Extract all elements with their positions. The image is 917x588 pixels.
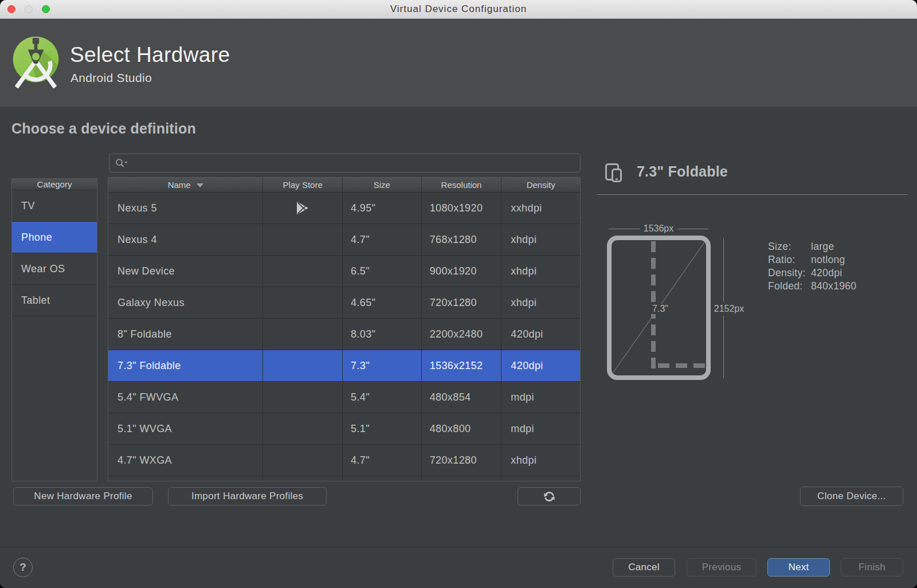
device-density-cell[interactable]: xhdpi (501, 445, 580, 476)
device-row-5.1-wvga[interactable]: 5.1" WVGA5.1"480x800mdpi (108, 413, 580, 445)
device-width-label: 1536px (640, 224, 677, 234)
category-table: Category TVPhoneWear OSTablet (11, 178, 97, 481)
device-density-cell[interactable]: mdpi (501, 382, 580, 413)
column-header-label: Play Store (283, 180, 323, 190)
column-header-label: Density (527, 180, 555, 190)
partial-cell (108, 476, 263, 480)
footer-bar: ? Cancel Previous Next Finish (0, 547, 917, 588)
device-size-cell[interactable]: 4.95" (343, 193, 422, 224)
device-row-galaxy-nexus[interactable]: Galaxy Nexus4.65"720x1280xhdpi (108, 287, 580, 319)
device-density-cell[interactable]: xhdpi (501, 224, 580, 256)
column-header-label: Name (168, 180, 191, 190)
device-height-label: 2152px (711, 302, 747, 316)
device-row-5.4-fwvga[interactable]: 5.4" FWVGA5.4"480x854mdpi (108, 382, 580, 413)
android-studio-logo-icon (12, 36, 60, 88)
device-name-cell[interactable]: 8" Foldable (108, 319, 263, 350)
play-store-cell[interactable] (263, 319, 343, 350)
device-density-cell[interactable]: xhdpi (501, 256, 580, 287)
sort-descending-icon (197, 183, 203, 187)
minimize-button[interactable] (25, 5, 33, 13)
device-size-cell[interactable]: 5.1" (343, 413, 422, 445)
import-hardware-profiles-button[interactable]: Import Hardware Profiles (168, 487, 327, 505)
next-button[interactable]: Next (767, 558, 830, 577)
device-resolution-cell[interactable]: 1080x1920 (422, 193, 502, 224)
zoom-button[interactable] (42, 5, 50, 13)
device-resolution-cell[interactable]: 480x800 (422, 413, 502, 445)
help-button[interactable]: ? (13, 558, 33, 577)
spec-value: large (811, 241, 834, 252)
device-size-cell[interactable]: 5.4" (343, 382, 422, 413)
clone-device-button[interactable]: Clone Device... (800, 487, 903, 506)
search-field[interactable] (109, 154, 581, 173)
device-density-cell[interactable]: xhdpi (501, 287, 580, 319)
play-store-cell[interactable] (263, 287, 343, 319)
column-header-name[interactable]: Name (108, 178, 263, 192)
device-name-cell[interactable]: 7.3" Foldable (108, 350, 263, 382)
device-name-cell[interactable]: Nexus 4 (108, 224, 263, 256)
device-resolution-cell[interactable]: 720x1280 (422, 445, 502, 476)
category-item-phone[interactable]: Phone (12, 222, 97, 253)
device-size-cell[interactable]: 4.7" (343, 445, 422, 476)
device-resolution-cell[interactable]: 2200x2480 (422, 319, 502, 350)
device-density-cell[interactable]: mdpi (501, 413, 580, 445)
device-size-cell[interactable]: 6.5" (343, 256, 422, 287)
column-header-size[interactable]: Size (343, 178, 422, 192)
column-header-density[interactable]: Density (501, 178, 580, 192)
titlebar: Virtual Device Configuration (0, 0, 917, 19)
device-row-8-foldable[interactable]: 8" Foldable8.03"2200x2480420dpi (108, 319, 580, 350)
device-name-cell[interactable]: 5.1" WVGA (108, 413, 263, 445)
device-size-cell[interactable]: 4.65" (343, 287, 422, 319)
cancel-button[interactable]: Cancel (613, 558, 675, 577)
window-title: Virtual Device Configuration (0, 0, 917, 18)
new-hardware-profile-button[interactable]: New Hardware Profile (13, 487, 153, 505)
virtual-device-configuration-dialog: Virtual Device Configuration (0, 0, 917, 588)
device-size-cell[interactable]: 4.7" (343, 224, 422, 256)
device-density-cell[interactable]: xxhdpi (501, 193, 580, 224)
device-resolution-cell[interactable]: 480x854 (422, 382, 502, 413)
device-resolution-cell[interactable]: 720x1280 (422, 287, 502, 319)
play-store-cell[interactable] (263, 224, 343, 256)
spec-value: notlong (811, 254, 845, 265)
finish-button[interactable]: Finish (841, 558, 903, 577)
refresh-icon (543, 491, 555, 503)
device-row-new-device[interactable]: New Device6.5"900x1920xhdpi (108, 256, 580, 287)
device-row-nexus-4[interactable]: Nexus 44.7"768x1280xhdpi (108, 224, 580, 256)
search-input[interactable] (128, 158, 580, 169)
play-store-cell[interactable] (263, 256, 343, 287)
spec-label: Ratio: (768, 253, 811, 266)
previous-button[interactable]: Previous (687, 558, 757, 577)
device-size-cell[interactable]: 7.3" (343, 350, 422, 382)
device-row-7.3-foldable[interactable]: 7.3" Foldable7.3"1536x2152420dpi (108, 350, 580, 382)
category-item-wear-os[interactable]: Wear OS (12, 253, 97, 285)
device-row-4.7-wxga[interactable]: 4.7" WXGA4.7"720x1280xhdpi (108, 445, 580, 476)
refresh-button[interactable] (518, 487, 581, 505)
device-specs: Size:largeRatio:notlongDensity:420dpiFol… (768, 240, 856, 293)
device-resolution-cell[interactable]: 1536x2152 (422, 350, 502, 382)
page-title: Select Hardware (70, 43, 230, 67)
category-item-tablet[interactable]: Tablet (12, 285, 97, 316)
device-name-cell[interactable]: 4.7" WXGA (108, 445, 263, 476)
device-name-cell[interactable]: 5.4" FWVGA (108, 382, 263, 413)
device-resolution-cell[interactable]: 768x1280 (422, 224, 502, 256)
category-item-tv[interactable]: TV (12, 190, 97, 222)
device-table: NamePlay StoreSizeResolutionDensity Nexu… (108, 177, 581, 481)
play-store-cell[interactable] (263, 193, 343, 224)
partial-device-row (108, 476, 580, 480)
partial-cell (343, 476, 422, 480)
device-density-cell[interactable]: 420dpi (501, 319, 580, 350)
device-resolution-cell[interactable]: 900x1920 (422, 256, 502, 287)
device-name-cell[interactable]: Nexus 5 (108, 193, 263, 224)
device-name-cell[interactable]: Galaxy Nexus (108, 287, 263, 319)
play-store-cell[interactable] (263, 350, 343, 382)
close-button[interactable] (7, 5, 15, 13)
column-header-resolution[interactable]: Resolution (422, 178, 502, 192)
play-store-cell[interactable] (263, 382, 343, 413)
play-store-cell[interactable] (263, 445, 343, 476)
device-density-cell[interactable]: 420dpi (501, 350, 580, 382)
play-store-cell[interactable] (263, 413, 343, 445)
search-icon[interactable] (115, 158, 128, 168)
device-row-nexus-5[interactable]: Nexus 54.95"1080x1920xxhdpi (108, 193, 580, 224)
column-header-play-store[interactable]: Play Store (263, 178, 343, 192)
device-name-cell[interactable]: New Device (108, 256, 263, 287)
device-size-cell[interactable]: 8.03" (343, 319, 422, 350)
